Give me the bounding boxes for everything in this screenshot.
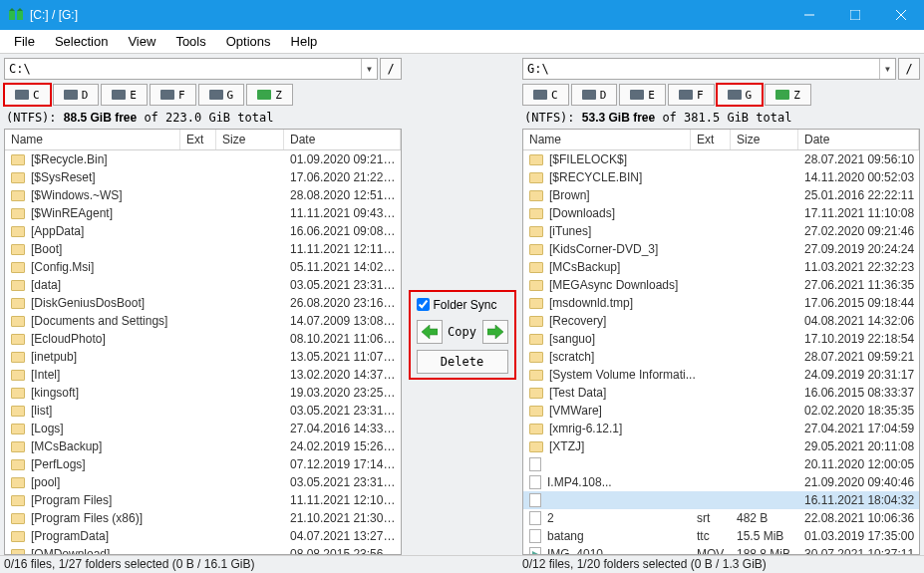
right-root-button[interactable]: /: [898, 58, 920, 80]
menu-file[interactable]: File: [4, 32, 45, 51]
center-panel: Folder Sync Copy Delete: [406, 54, 518, 555]
folder-row[interactable]: [Test Data] 16.06.2015 08:33:37: [523, 384, 919, 402]
right-drive-f[interactable]: F: [668, 84, 715, 106]
close-button[interactable]: [878, 0, 924, 30]
folder-row[interactable]: [VMWare] 02.02.2020 18:35:35: [523, 402, 919, 420]
col-name[interactable]: Name: [523, 130, 691, 149]
folder-row[interactable]: [Logs] 27.04.2016 14:33:38: [5, 420, 401, 437]
folder-row[interactable]: [MCsBackup] 11.03.2021 22:32:23: [523, 258, 919, 276]
menu-selection[interactable]: Selection: [45, 32, 118, 51]
right-path-combo[interactable]: ▼: [522, 58, 896, 80]
left-drive-c[interactable]: C: [4, 84, 51, 106]
folder-row[interactable]: [PerfLogs] 07.12.2019 17:14:52: [5, 455, 401, 473]
folder-row[interactable]: [Boot] 11.11.2021 12:11:39: [5, 240, 401, 258]
file-row[interactable]: 20.11.2020 12:00:05: [523, 455, 919, 473]
folder-row[interactable]: [System Volume Informati... 24.09.2019 2…: [523, 366, 919, 384]
col-size[interactable]: Size: [216, 130, 284, 149]
folder-row[interactable]: [sanguo] 17.10.2019 22:18:54: [523, 330, 919, 348]
right-drive-z[interactable]: Z: [765, 84, 811, 106]
menu-help[interactable]: Help: [281, 32, 328, 51]
folder-row[interactable]: [Recovery] 04.08.2021 14:32:06: [523, 312, 919, 330]
folder-row[interactable]: [$Windows.~WS] 28.08.2020 12:51:48: [5, 186, 401, 204]
folder-row[interactable]: [DiskGeniusDosBoot] 26.08.2020 23:16:02: [5, 294, 401, 312]
folder-row[interactable]: [msdownld.tmp] 17.06.2015 09:18:44: [523, 294, 919, 312]
folder-row[interactable]: [$RECYCLE.BIN] 14.11.2020 00:52:03: [523, 168, 919, 186]
folder-icon: [11, 441, 25, 452]
folder-row[interactable]: [$SysReset] 17.06.2020 21:22:42: [5, 168, 401, 186]
folder-row[interactable]: [Program Files (x86)] 21.10.2021 21:30:4…: [5, 509, 401, 527]
folder-row[interactable]: [Documents and Settings] 14.07.2009 13:0…: [5, 312, 401, 330]
status-left: 0/16 files, 1/27 folders selected (0 B /…: [0, 556, 406, 573]
menu-tools[interactable]: Tools: [165, 32, 215, 51]
folder-row[interactable]: [ProgramData] 04.07.2021 13:27:39: [5, 527, 401, 545]
right-drive-g[interactable]: G: [717, 84, 764, 106]
col-date[interactable]: Date: [284, 130, 401, 149]
maximize-button[interactable]: [832, 0, 878, 30]
file-row[interactable]: batang ttc 15.5 MiB 01.03.2019 17:35:00: [523, 527, 919, 545]
folder-row[interactable]: [KidsCorner-DVD_3] 27.09.2019 20:24:24: [523, 240, 919, 258]
folder-row[interactable]: [Downloads] 17.11.2021 11:10:08: [523, 204, 919, 222]
folder-row[interactable]: [Program Files] 11.11.2021 12:10:30: [5, 491, 401, 509]
folder-row[interactable]: [iTunes] 27.02.2020 09:21:46: [523, 222, 919, 240]
file-row[interactable]: I.MP4.108... 21.09.2020 09:40:46: [523, 473, 919, 491]
right-drive-c[interactable]: C: [522, 84, 569, 106]
col-date[interactable]: Date: [798, 130, 919, 149]
col-ext[interactable]: Ext: [691, 130, 731, 149]
file-row[interactable]: 2 srt 482 B 22.08.2021 10:06:36: [523, 509, 919, 527]
left-drive-f[interactable]: F: [150, 84, 196, 106]
col-size[interactable]: Size: [731, 130, 798, 149]
left-root-button[interactable]: /: [380, 58, 402, 80]
folder-row[interactable]: [inetpub] 13.05.2021 11:07:30: [5, 348, 401, 366]
chevron-down-icon[interactable]: ▼: [361, 59, 377, 79]
right-path-input[interactable]: [523, 59, 879, 79]
folder-row[interactable]: [QMDownload] 08.08.2015 23:56:55: [5, 545, 401, 554]
folder-icon: [529, 280, 543, 291]
left-drive-z[interactable]: Z: [246, 84, 293, 106]
folder-row[interactable]: [pool] 03.05.2021 23:31:43: [5, 473, 401, 491]
folder-row[interactable]: [data] 03.05.2021 23:31:43: [5, 276, 401, 294]
folder-row[interactable]: [list] 03.05.2021 23:31:43: [5, 402, 401, 420]
folder-icon: [11, 262, 25, 273]
copy-left-button[interactable]: [417, 320, 443, 344]
col-ext[interactable]: Ext: [180, 130, 216, 149]
left-path-combo[interactable]: ▼: [4, 58, 378, 80]
folder-row[interactable]: [MEGAsync Downloads] 27.06.2021 11:36:35: [523, 276, 919, 294]
left-drive-e[interactable]: E: [101, 84, 148, 106]
right-drive-e[interactable]: E: [619, 84, 666, 106]
folder-row[interactable]: [EcloudPhoto] 08.10.2021 11:06:10: [5, 330, 401, 348]
delete-button[interactable]: Delete: [417, 350, 508, 374]
drive-icon: [630, 90, 644, 100]
chevron-down-icon[interactable]: ▼: [879, 59, 895, 79]
col-name[interactable]: Name: [5, 130, 180, 149]
titlebar: [C:] / [G:]: [0, 0, 924, 30]
status-right: 0/12 files, 1/20 folders selected (0 B /…: [518, 556, 924, 573]
left-drive-d[interactable]: D: [53, 84, 100, 106]
folder-row[interactable]: [scratch] 28.07.2021 09:59:21: [523, 348, 919, 366]
folder-row[interactable]: [Config.Msi] 05.11.2021 14:02:48: [5, 258, 401, 276]
folder-row[interactable]: [Intel] 13.02.2020 14:37:50: [5, 366, 401, 384]
file-row[interactable]: 16.11.2021 18:04:32: [523, 491, 919, 509]
folder-row[interactable]: [$WinREAgent] 11.11.2021 09:43:41: [5, 204, 401, 222]
folder-row[interactable]: [xmrig-6.12.1] 27.04.2021 17:04:59: [523, 420, 919, 437]
folder-row[interactable]: [$Recycle.Bin] 01.09.2020 09:21:31: [5, 150, 401, 168]
menu-view[interactable]: View: [118, 32, 165, 51]
copy-right-button[interactable]: [482, 320, 508, 344]
drive-icon: [257, 90, 271, 100]
file-row[interactable]: IMG_4010 MOV 188.8 MiB 30.07.2021 10:37:…: [523, 545, 919, 554]
folder-row[interactable]: [$FILELOCK$] 28.07.2021 09:56:10: [523, 150, 919, 168]
file-icon: [529, 475, 541, 489]
right-drive-d[interactable]: D: [571, 84, 618, 106]
folder-row[interactable]: [XTZJ] 29.05.2021 20:11:08: [523, 437, 919, 455]
drive-icon: [209, 90, 223, 100]
folder-row[interactable]: [MCsBackup] 24.02.2019 15:26:51: [5, 437, 401, 455]
minimize-button[interactable]: [786, 0, 832, 30]
folder-icon: [529, 154, 543, 165]
folder-sync-checkbox[interactable]: Folder Sync: [417, 298, 508, 312]
menu-options[interactable]: Options: [216, 32, 281, 51]
left-path-input[interactable]: [5, 59, 361, 79]
folder-row[interactable]: [kingsoft] 19.03.2020 23:25:11: [5, 384, 401, 402]
drive-icon: [728, 90, 742, 100]
left-drive-g[interactable]: G: [198, 84, 245, 106]
folder-row[interactable]: [AppData] 16.06.2021 09:08:57: [5, 222, 401, 240]
folder-row[interactable]: [Brown] 25.01.2016 22:22:11: [523, 186, 919, 204]
